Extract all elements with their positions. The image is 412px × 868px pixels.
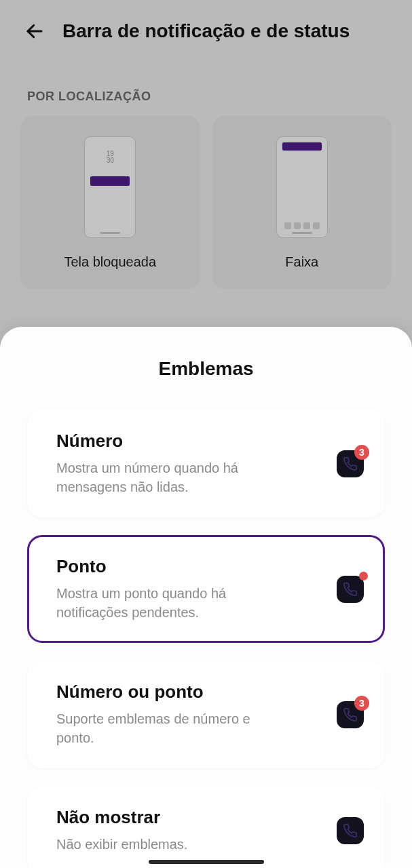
choice-subtitle: Mostra um número quando há mensagens não… [56,458,287,496]
option-lock-screen[interactable]: 19 30 Tela bloqueada [20,116,200,289]
phone-app-icon [337,817,364,844]
choice-subtitle: Mostra um ponto quando há notificações p… [56,584,287,622]
choice-title: Número [56,431,326,452]
choice-number[interactable]: Número Mostra um número quando há mensag… [27,410,385,517]
count-badge: 3 [354,445,369,460]
phone-app-icon [337,576,364,603]
lock-clock: 19 30 [107,151,114,164]
dot-badge [359,572,368,580]
choice-subtitle: Não exibir emblemas. [56,835,287,854]
section-label: POR LOCALIZAÇÃO [0,56,412,116]
notification-bar-preview [90,176,130,186]
choice-title: Ponto [56,556,326,577]
badge-preview-number: 3 [337,450,364,477]
choice-number-or-dot[interactable]: Número ou ponto Suporte emblemas de núme… [27,660,385,768]
choice-dot[interactable]: Ponto Mostra um ponto quando há notifica… [27,535,385,643]
back-button[interactable] [24,21,45,41]
badge-preview-number-or-dot: 3 [337,701,364,728]
choice-title: Não mostrar [56,807,326,828]
option-label: Faixa [285,254,318,270]
choice-title: Número ou ponto [56,682,326,703]
option-label: Tela bloqueada [64,254,156,270]
choice-subtitle: Suporte emblemas de número e ponto. [56,709,287,747]
count-badge: 3 [354,696,369,711]
banner-bar-preview [282,142,322,151]
home-indicator[interactable] [149,860,264,864]
sheet-title: Emblemas [0,358,412,380]
choice-none[interactable]: Não mostrar Não exibir emblemas. [27,786,385,868]
page-title: Barra de notificação e de status [62,20,350,42]
bottom-sheet: Emblemas Número Mostra um número quando … [0,327,412,868]
badge-preview-dot [337,576,364,603]
lock-screen-preview: 19 30 [84,136,136,238]
option-banner[interactable]: Faixa [212,116,392,289]
badge-preview-none [337,817,364,844]
banner-preview [276,136,328,238]
